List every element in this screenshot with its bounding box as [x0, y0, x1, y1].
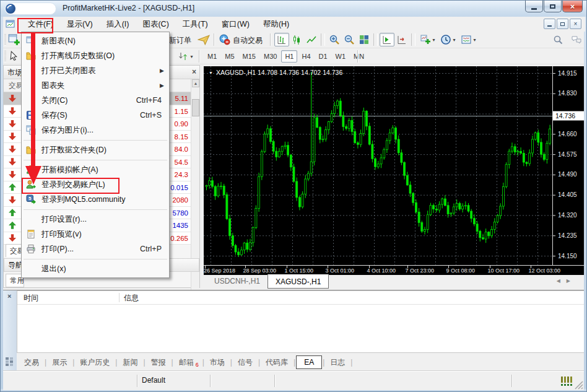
file-menu-item[interactable]: 打印预览(v) ▶: [22, 227, 169, 242]
new-order-button[interactable]: 新订单: [169, 35, 191, 46]
toolbar-button[interactable]: [417, 33, 438, 46]
symbol-column-header[interactable]: 交易品种: [9, 79, 21, 92]
svg-text:9 Oct 08:00: 9 Oct 08:00: [446, 268, 476, 274]
menu-item[interactable]: 插入(I): [100, 17, 136, 32]
toolbar-button[interactable]: [380, 33, 394, 46]
toolbar-button[interactable]: [289, 33, 304, 46]
toolbar-button[interactable]: [550, 33, 565, 46]
timeframe-button[interactable]: MN: [350, 50, 368, 63]
menu-item[interactable]: 文件(F): [21, 17, 60, 32]
toolbar-button[interactable]: [304, 33, 319, 46]
timeframe-button[interactable]: H4: [298, 50, 314, 63]
terminal-tab[interactable]: 代码库|: [261, 355, 296, 370]
file-menu-item[interactable]: 打开已关闭图表 ▶: [22, 63, 169, 78]
price-direction-arrow-icon: [9, 209, 16, 216]
close-button[interactable]: ×: [562, 1, 583, 12]
toolbar-button[interactable]: [321, 33, 325, 46]
price-direction-arrow-icon: [9, 120, 16, 128]
file-menu-item[interactable]: 打印(P)... Ctrl+P ▶: [22, 242, 169, 256]
terminal-tab[interactable]: 展示|: [47, 355, 75, 370]
toolbar-button[interactable]: [458, 33, 479, 46]
file-menu-item[interactable]: 打开数据文件夹(D) ▶: [22, 142, 169, 157]
restore-button[interactable]: [544, 1, 562, 12]
file-menu-item[interactable]: 登录到交易账户(L) ▶: [22, 177, 169, 192]
file-menu-item[interactable]: 保存(S) Ctrl+S ▶: [22, 108, 169, 123]
menu-item[interactable]: 显示(V): [60, 17, 100, 32]
file-menu-item[interactable]: 新图表(N) ▶: [22, 33, 169, 48]
resize-grip[interactable]: [574, 380, 583, 390]
title-bar[interactable]: ProfitMarketHK-Live2 - [XAGUSD-,H1] ×: [1, 1, 587, 17]
bid-price: 0.015: [170, 181, 188, 194]
toolbar-button[interactable]: [411, 33, 415, 46]
terminal-close-icon[interactable]: ×: [7, 292, 11, 300]
timeframe-button[interactable]: M1: [204, 50, 220, 63]
file-menu-item[interactable]: 图表夹 ▶: [22, 78, 169, 93]
terminal-tab[interactable]: EA|: [296, 355, 325, 369]
app-logo: [4, 2, 56, 15]
terminal-tab[interactable]: 账户历史|: [75, 355, 118, 370]
file-menu-item[interactable]: 5 登录到MQL5.community ▶: [22, 192, 169, 207]
menu-item[interactable]: 窗口(W): [215, 17, 256, 32]
file-menu-item[interactable]: 关闭(C) Ctrl+F4 ▶: [22, 93, 169, 108]
price-chart[interactable]: 14.91514.83014.66014.57514.49014.40514.3…: [204, 66, 585, 275]
toolbar-button[interactable]: [569, 33, 584, 46]
chart-tab[interactable]: XAGUSD-,H1: [267, 274, 329, 289]
connection-status-icon: [560, 376, 574, 386]
terminal-tab[interactable]: 新闻|: [118, 355, 146, 370]
chart-tab-scroll-arrows[interactable]: ◀▶: [557, 278, 576, 284]
profile-name[interactable]: Default: [142, 376, 165, 385]
toolbar-button[interactable]: [357, 33, 372, 46]
autotrade-icon[interactable]: [219, 33, 230, 45]
toolbar-button[interactable]: [274, 33, 289, 46]
toolbar-button[interactable]: [373, 33, 378, 46]
minimize-button[interactable]: [525, 1, 543, 12]
scroll-up-icon[interactable]: ▲: [192, 79, 199, 87]
toolbar-button[interactable]: [175, 50, 196, 63]
toolbar-button[interactable]: [327, 33, 342, 46]
toolbar-button[interactable]: [438, 33, 458, 46]
file-menu-item[interactable]: 退出(x) ▶: [22, 261, 169, 276]
news-icon[interactable]: [198, 33, 210, 46]
price-direction-arrow-icon: [9, 95, 16, 102]
file-menu-item[interactable]: 打印设置(r)... ▶: [22, 212, 169, 227]
timeframe-button[interactable]: M5: [221, 50, 238, 63]
file-menu-item[interactable]: 打开离线历史数据(O) ▶: [22, 48, 169, 63]
file-menu-item[interactable]: 保存为图片(i)... ▶: [22, 123, 169, 137]
toolbar-button[interactable]: [394, 33, 409, 46]
terminal-tab[interactable]: 日志|: [325, 355, 353, 370]
time-column-header[interactable]: 时间: [24, 291, 38, 305]
new-chart-icon[interactable]: [8, 33, 20, 46]
timeframe-button[interactable]: M30: [260, 50, 280, 63]
timeframe-button[interactable]: D1: [315, 50, 331, 63]
market-watch-close-icon[interactable]: ×: [192, 66, 196, 78]
timeframe-button[interactable]: H1: [281, 50, 297, 63]
toolbar-grip[interactable]: [4, 51, 6, 62]
scrollbar-thumb[interactable]: [192, 99, 199, 116]
menu-item[interactable]: 帮助(H): [256, 17, 296, 32]
data-folder-icon: [25, 145, 37, 155]
svg-text:28 Sep 03:00: 28 Sep 03:00: [243, 268, 277, 274]
toolbar-button[interactable]: [342, 33, 357, 46]
chevron-down-icon[interactable]: ▼: [209, 71, 213, 75]
mdi-restore-button[interactable]: [557, 19, 568, 29]
file-menu-item[interactable]: 开新模拟帐户(A) ▶: [22, 162, 169, 177]
mdi-close-button[interactable]: ×: [570, 19, 581, 29]
timeframe-button[interactable]: M15: [239, 50, 259, 63]
terminal-tab[interactable]: 市场|: [205, 355, 233, 370]
timeframe-button[interactable]: W1: [332, 50, 350, 63]
bid-price: 84.0: [175, 143, 188, 155]
terminal-tab[interactable]: 邮箱6|: [174, 355, 205, 370]
message-column-header[interactable]: 信息: [124, 291, 139, 305]
bar-chart-icon: [276, 34, 287, 45]
terminal-tab[interactable]: 信号|: [233, 355, 261, 370]
menu-item[interactable]: 工具(T): [176, 17, 215, 32]
toolbar-grip[interactable]: [4, 34, 6, 45]
autotrade-button[interactable]: 自动交易: [233, 35, 263, 46]
svg-text:14.915: 14.915: [558, 70, 577, 77]
mdi-minimize-button[interactable]: [544, 19, 555, 29]
chart-tab[interactable]: USDCNH-,H1: [207, 275, 267, 287]
cursor-icon[interactable]: [8, 50, 20, 62]
terminal-tab[interactable]: 警报|: [146, 355, 174, 370]
terminal-tab[interactable]: 交易|: [19, 355, 47, 370]
menu-item[interactable]: 图表(C): [136, 17, 175, 32]
